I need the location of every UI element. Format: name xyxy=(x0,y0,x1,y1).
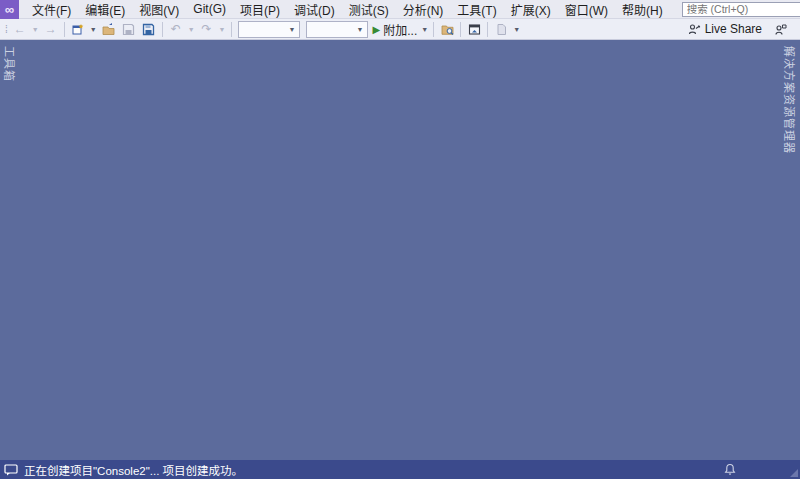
solution-explorer-icon xyxy=(468,23,481,36)
redo-button[interactable]: ↷ xyxy=(197,20,217,39)
title-bar: ∞ 文件(F) 编辑(E) 视图(V) Git(G) 项目(P) 调试(D) 测… xyxy=(0,0,800,19)
menu-edit[interactable]: 编辑(E) xyxy=(78,0,132,20)
visual-studio-logo-icon[interactable]: ∞ xyxy=(0,0,19,19)
menu-file[interactable]: 文件(F) xyxy=(25,0,78,20)
menu-tools[interactable]: 工具(T) xyxy=(450,0,503,20)
menu-view[interactable]: 视图(V) xyxy=(132,0,186,20)
properties-button[interactable] xyxy=(491,20,511,39)
standard-toolbar: ⁞ ← ▼ → ▼ xyxy=(0,19,800,40)
menu-window[interactable]: 窗口(W) xyxy=(558,0,615,20)
undo-button[interactable]: ↶ xyxy=(166,20,186,39)
status-bar: 正在创建项目"Console2"... 项目创建成功。 xyxy=(0,460,800,479)
navigate-back-button[interactable]: ← xyxy=(10,20,30,39)
save-button[interactable] xyxy=(119,20,139,39)
save-all-button[interactable] xyxy=(139,20,159,39)
live-share-label: Live Share xyxy=(705,22,762,36)
navigate-forward-button[interactable]: → xyxy=(41,20,61,39)
vs-window: ∞ 文件(F) 编辑(E) 视图(V) Git(G) 项目(P) 调试(D) 测… xyxy=(0,0,800,479)
undo-dropdown-icon[interactable]: ▼ xyxy=(186,26,197,33)
chevron-down-icon: ▼ xyxy=(355,26,367,33)
message-icon xyxy=(4,464,18,476)
navigate-back-dropdown-icon[interactable]: ▼ xyxy=(30,26,41,33)
menu-extensions[interactable]: 扩展(X) xyxy=(504,0,558,20)
menu-help[interactable]: 帮助(H) xyxy=(615,0,670,20)
open-folder-icon xyxy=(102,23,115,36)
find-in-files-button[interactable] xyxy=(437,20,457,39)
bell-icon[interactable] xyxy=(724,463,736,476)
menu-project[interactable]: 项目(P) xyxy=(233,0,287,20)
toolbox-tab[interactable]: 工具箱 xyxy=(1,42,19,86)
solution-explorer-tab[interactable]: 解决方案资源管理器 xyxy=(781,42,799,158)
document-well: 工具箱 解决方案资源管理器 xyxy=(0,40,800,460)
new-project-button[interactable] xyxy=(68,20,88,39)
solution-explorer-button[interactable] xyxy=(464,20,484,39)
toolbar-overflow-icon[interactable]: ▼ xyxy=(511,26,522,33)
attach-button[interactable]: ▶ 附加... xyxy=(371,20,420,39)
new-project-dropdown-icon[interactable]: ▼ xyxy=(88,26,99,33)
menu-test[interactable]: 测试(S) xyxy=(342,0,396,20)
menu-bar: 文件(F) 编辑(E) 视图(V) Git(G) 项目(P) 调试(D) 测试(… xyxy=(25,0,670,20)
menu-analyze[interactable]: 分析(N) xyxy=(396,0,451,20)
solution-platforms-combobox[interactable]: ▼ xyxy=(306,21,368,38)
save-icon xyxy=(122,23,135,36)
chevron-down-icon: ▼ xyxy=(287,26,299,33)
attach-label: 附加... xyxy=(383,21,417,38)
attach-dropdown-icon[interactable]: ▼ xyxy=(419,26,430,33)
send-feedback-button[interactable] xyxy=(770,20,790,39)
search-input[interactable] xyxy=(687,3,800,15)
save-all-icon xyxy=(142,23,155,36)
toolbar-grip[interactable]: ⁞ xyxy=(2,24,10,35)
live-share-button[interactable]: Live Share xyxy=(680,20,770,39)
menu-debug[interactable]: 调试(D) xyxy=(287,0,342,20)
find-in-files-icon xyxy=(441,23,454,36)
play-icon: ▶ xyxy=(373,24,381,35)
redo-dropdown-icon[interactable]: ▼ xyxy=(217,26,228,33)
status-message: 正在创建项目"Console2"... 项目创建成功。 xyxy=(24,462,243,478)
solution-configurations-combobox[interactable]: ▼ xyxy=(238,21,300,38)
resize-grip[interactable] xyxy=(790,469,798,477)
menu-git[interactable]: Git(G) xyxy=(186,0,233,18)
document-icon xyxy=(495,23,508,36)
new-project-icon xyxy=(71,23,84,36)
open-file-button[interactable] xyxy=(99,20,119,39)
live-share-icon xyxy=(688,23,701,36)
feedback-icon xyxy=(774,23,787,36)
quick-search-box[interactable] xyxy=(682,2,800,17)
